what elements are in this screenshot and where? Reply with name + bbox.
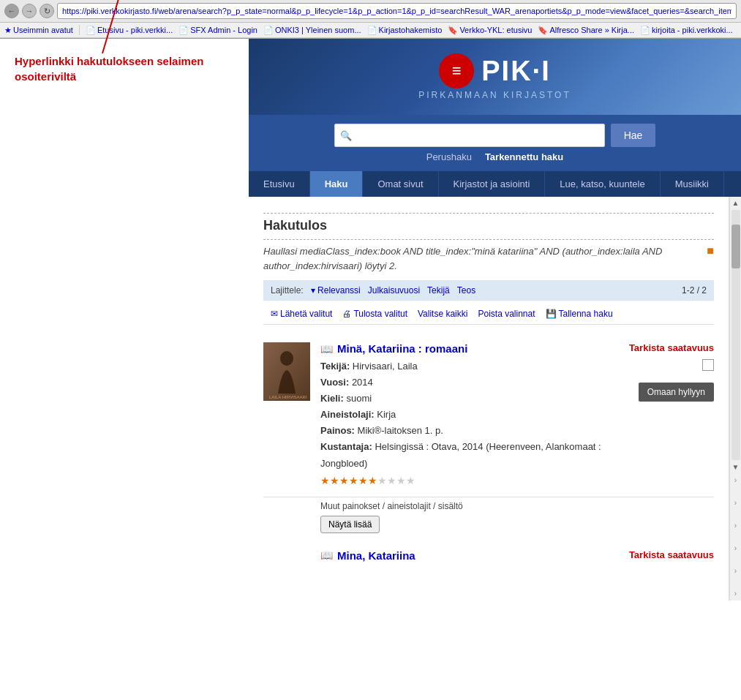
side-arrow-5[interactable]: ›	[734, 567, 737, 575]
star-7: ★	[377, 475, 387, 486]
star-9: ★	[396, 475, 406, 486]
side-arrow-6[interactable]: ›	[734, 590, 737, 598]
search-section: 🔍 Hae Perushaku Tarkennettu haku	[249, 115, 741, 171]
book-icon-2: 📖	[320, 549, 333, 561]
side-arrow-4[interactable]: ›	[734, 544, 737, 552]
deselect-link[interactable]: Poista valinnat	[478, 309, 535, 319]
nav-etusivu[interactable]: Etusivu	[249, 171, 310, 197]
scroll-down-arrow[interactable]: ▼	[732, 462, 740, 473]
basic-search-link[interactable]: Perushaku	[426, 151, 472, 162]
edition-label: Painos:	[320, 425, 355, 436]
bookmark-etusivu[interactable]: 📄 Etusivu - piki.verkki...	[86, 26, 173, 35]
main-nav: Etusivu Haku Omat sivut Kirjastot ja asi…	[249, 171, 741, 197]
result-body-2: 📖 Mina, Katariina	[320, 549, 601, 579]
nav-omat-sivut[interactable]: Omat sivut	[363, 171, 438, 197]
logo-row: ≡ PIK·I	[439, 53, 550, 89]
star-10: ★	[406, 475, 415, 486]
main-column: ≡ PIK·I PIRKANMAAN KIRJASTOT 🔍 Hae Perus…	[249, 39, 741, 601]
title-divider	[263, 239, 714, 240]
nav-lue[interactable]: Lue, katso, kuuntele	[545, 171, 660, 197]
content-area: Hakutulos Haullasi mediaClass_index:book…	[249, 197, 741, 601]
sort-author[interactable]: Tekijä	[427, 285, 450, 296]
page-icon-2: 📄	[178, 26, 189, 35]
action-bar: ✉ Lähetä valitut 🖨 Tulosta valitut Valit…	[263, 304, 714, 325]
type-label: Aineistolaji:	[320, 409, 375, 420]
side-arrow-2[interactable]: ›	[734, 499, 737, 507]
result-actions-1: Tarkista saatavuus Omaan hyllyyn	[612, 342, 714, 486]
result-body-1: 📖 Minä, Katariina : romaani Tekijä: Hirv…	[320, 342, 601, 486]
scroll-up-arrow[interactable]: ▲	[732, 197, 740, 208]
advanced-search-link[interactable]: Tarkennettu haku	[485, 151, 563, 162]
bookmark-verkko-ykl[interactable]: 🔖 Verkko-YKL: etusivu	[448, 26, 532, 35]
search-icon: 🔍	[340, 130, 352, 141]
book-cover-image-1: LAILA HIRVISAARI	[263, 342, 310, 401]
bookmark-alfresco[interactable]: 🔖 Alfresco Share » Kirja...	[538, 26, 634, 35]
check-availability-1[interactable]: Tarkista saatavuus	[629, 342, 714, 353]
scroll-thumb[interactable]	[731, 225, 740, 268]
page-icon-4: 📄	[367, 26, 377, 35]
scroll-track	[731, 210, 740, 460]
send-icon: ✉	[271, 309, 278, 319]
page-layout: Hyperlinkki hakutulokseen selaimen osoit…	[0, 39, 741, 601]
book-icon-1: 📖	[320, 343, 333, 355]
logo-icon: ≡	[439, 53, 474, 89]
check-availability-2[interactable]: Tarkista saatavuus	[629, 549, 714, 560]
sort-relevance[interactable]: ▾ Relevanssi	[311, 285, 361, 296]
select-checkbox-1[interactable]	[702, 359, 714, 371]
bookmark-sfx[interactable]: 📄 SFX Admin - Login	[178, 26, 257, 35]
star-rating-1[interactable]: ★★★★★★★★★★	[320, 475, 601, 486]
nav-haku[interactable]: Haku	[310, 171, 364, 197]
browser-chrome: ← → ↻ ★ Useimmin avatut 📄 Etusivu - piki…	[0, 0, 741, 39]
logo-area: ≡ PIK·I PIRKANMAAN KIRJASTOT	[418, 53, 571, 100]
reload-button[interactable]: ↻	[40, 4, 54, 18]
back-button[interactable]: ←	[4, 4, 19, 18]
page-icon-1: 📄	[86, 26, 96, 35]
bookmark-icon-1: 🔖	[448, 26, 458, 35]
print-icon: 🖨	[342, 309, 351, 319]
save-search-link[interactable]: 💾 Tallenna haku	[546, 309, 613, 319]
side-arrow-3[interactable]: ›	[734, 522, 737, 530]
sort-title[interactable]: Teos	[457, 285, 475, 296]
result-count: 1-2 / 2	[682, 285, 707, 296]
search-row: 🔍 Hae	[334, 124, 656, 147]
forward-button[interactable]: →	[22, 4, 37, 18]
book-title-1[interactable]: 📖 Minä, Katariina : romaani	[320, 342, 601, 355]
nav-kirjastot[interactable]: Kirjastot ja asiointi	[439, 171, 546, 197]
result-title: Hakutulos	[263, 218, 714, 233]
star-1: ★	[320, 475, 330, 486]
logo-text: PIK·I	[481, 56, 550, 87]
right-scrollbar[interactable]: ▲ ▼ › › › › › ›	[729, 197, 741, 601]
side-arrow-1[interactable]: ›	[734, 476, 737, 484]
result-actions-2: Tarkista saatavuus	[612, 549, 714, 579]
search-input[interactable]	[334, 124, 605, 147]
add-to-shelf-button-1[interactable]: Omaan hyllyyn	[639, 383, 714, 402]
rss-icon[interactable]: ■	[707, 244, 714, 257]
bookmark-icon-2: 🔖	[538, 26, 548, 35]
star-4: ★	[349, 475, 358, 486]
annotation-panel: Hyperlinkki hakutulokseen selaimen osoit…	[0, 39, 249, 601]
result-query: Haullasi mediaClass_index:book AND title…	[263, 244, 707, 273]
sort-year[interactable]: Julkaisuvuosi	[368, 285, 420, 296]
language-label: Kieli:	[320, 393, 344, 404]
more-info-text: Muut painokset / aineistolajit / sisältö	[320, 501, 463, 511]
nav-musiikki[interactable]: Musiikki	[661, 171, 724, 197]
address-bar[interactable]	[57, 3, 737, 19]
print-selected-link[interactable]: 🖨 Tulosta valitut	[342, 309, 407, 319]
page-icon-5: 📄	[640, 26, 650, 35]
sort-label: Lajittele:	[271, 285, 304, 296]
publisher-label: Kustantaja:	[320, 441, 372, 452]
bookmark-frequently-visited[interactable]: ★ Useimmin avatut	[4, 26, 73, 35]
bookmark-onki[interactable]: 📄 ONKI3 | Yleinen suom...	[263, 26, 361, 35]
logo-subtitle: PIRKANMAAN KIRJASTOT	[418, 90, 571, 100]
main-content: Hakutulos Haullasi mediaClass_index:book…	[249, 197, 729, 601]
bookmark-kirjoita[interactable]: 📄 kirjoita - piki.verkkoki...	[640, 26, 733, 35]
select-all-link[interactable]: Valitse kaikki	[418, 309, 467, 319]
show-more-button[interactable]: Näytä lisää	[320, 516, 380, 533]
bookmark-kirjasto[interactable]: 📄 Kirjastohakemisto	[367, 26, 443, 35]
book-title-2[interactable]: 📖 Mina, Katariina	[320, 549, 601, 562]
page-icon-3: 📄	[263, 26, 274, 35]
bookmarks-bar: ★ Useimmin avatut 📄 Etusivu - piki.verkk…	[0, 23, 741, 38]
send-selected-link[interactable]: ✉ Lähetä valitut	[271, 309, 332, 319]
separator	[79, 25, 80, 35]
search-button[interactable]: Hae	[611, 124, 656, 147]
